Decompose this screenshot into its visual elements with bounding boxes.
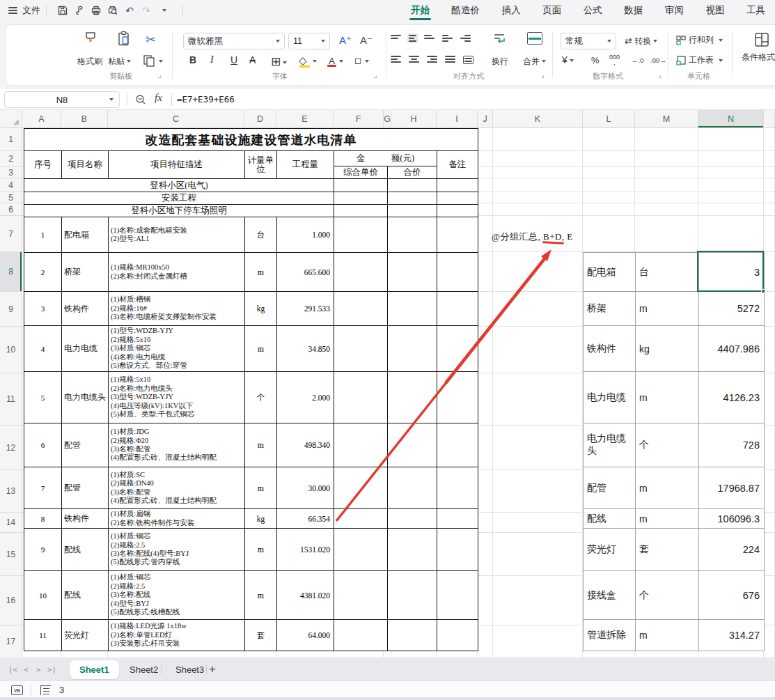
number-format-dropdown[interactable]: 常规 xyxy=(561,33,616,49)
item-note[interactable] xyxy=(437,423,478,467)
item-no[interactable]: 9 xyxy=(24,529,62,571)
column-header-overflow[interactable] xyxy=(764,110,775,128)
outline-icon[interactable] xyxy=(40,685,51,695)
item-desc[interactable]: (1)材质:铜芯(2)规格:2.5(3)名称:配线(4)型号:BYJ(5)配线形… xyxy=(109,529,245,571)
paste-button[interactable] xyxy=(116,31,132,47)
row-header-9[interactable]: 9 xyxy=(0,292,22,327)
item-qty[interactable]: 30.000 xyxy=(277,467,334,509)
item-name[interactable]: 配电箱 xyxy=(62,217,109,253)
column-header-C[interactable]: C xyxy=(108,110,244,128)
summary-item-name[interactable]: 接线盒 xyxy=(584,571,636,620)
column-header-I[interactable]: I xyxy=(437,110,478,128)
eraser-button[interactable]: ◇ xyxy=(354,54,369,67)
summary-item-value[interactable]: 17968.87 xyxy=(699,467,765,509)
summary-item-value[interactable]: 5272 xyxy=(699,292,765,326)
item-name[interactable]: 配管 xyxy=(62,467,109,509)
item-total[interactable] xyxy=(388,423,437,467)
item-unit-price[interactable] xyxy=(334,326,388,372)
item-qty[interactable]: 34.850 xyxy=(277,326,334,372)
font-color-button[interactable]: A xyxy=(327,54,343,67)
summary-item-unit[interactable]: 台 xyxy=(636,253,699,292)
row-header-1[interactable]: 1 xyxy=(0,128,22,151)
item-unit-price[interactable] xyxy=(334,467,388,509)
item-name[interactable]: 荧光灯 xyxy=(62,620,109,651)
item-unit-price[interactable] xyxy=(334,423,388,467)
item-note[interactable] xyxy=(437,372,478,423)
row-header-6[interactable]: 6 xyxy=(0,203,22,216)
summary-item-value[interactable]: 728 xyxy=(699,423,765,467)
item-no[interactable]: 3 xyxy=(24,292,62,326)
item-unit[interactable]: m xyxy=(245,571,277,620)
row-header-16[interactable]: 16 xyxy=(0,576,22,625)
summary-item-name[interactable]: 配管 xyxy=(584,467,636,509)
paste-label[interactable]: 粘贴 xyxy=(108,56,131,68)
align-justify-icon[interactable] xyxy=(445,56,455,64)
font-family-dropdown[interactable]: 微软雅黑 xyxy=(183,33,285,49)
item-desc[interactable]: (1)名称:成套配电箱安装(2)型号:AL1 xyxy=(109,217,245,253)
item-unit[interactable]: 个 xyxy=(245,372,277,423)
row-header-4[interactable]: 4 xyxy=(0,178,22,192)
summary-item-name[interactable]: 配线 xyxy=(584,509,636,529)
sheet-tab-sheet2[interactable]: Sheet2 xyxy=(120,660,168,679)
column-header-K[interactable]: K xyxy=(493,110,583,128)
header-note[interactable]: 备注 xyxy=(437,151,478,179)
header-unit-price[interactable]: 综合单价 xyxy=(334,166,388,179)
column-header-M[interactable]: M xyxy=(635,110,698,128)
increase-decimal-button[interactable]: ←.0 xyxy=(632,56,643,64)
prev-sheet-icon[interactable]: < xyxy=(24,658,29,680)
item-desc[interactable]: (1)规格:MR100x50(2)名称:封闭式金属灯槽 xyxy=(109,253,245,292)
item-name[interactable]: 电力电缆 xyxy=(62,326,109,372)
item-unit[interactable]: 台 xyxy=(245,217,277,253)
summary-item-name[interactable]: 电力电缆 xyxy=(584,372,636,423)
align-top-icon[interactable] xyxy=(391,35,401,42)
summary-item-name[interactable]: 铁构件 xyxy=(584,326,636,372)
item-desc[interactable]: (1)规格:5x10(2)名称:电力电缆头(3)型号:WDZB-YJY(4)电压… xyxy=(109,372,245,423)
save-icon[interactable] xyxy=(54,2,71,19)
item-note[interactable] xyxy=(437,292,478,326)
menu-tab-2[interactable]: 插入 xyxy=(501,0,522,21)
column-header-E[interactable]: E xyxy=(276,110,334,128)
item-qty[interactable]: 2.000 xyxy=(277,372,334,423)
row-header-11[interactable]: 11 xyxy=(0,373,22,426)
item-qty[interactable]: 1.000 xyxy=(277,217,334,253)
row-header-5[interactable]: 5 xyxy=(0,192,22,203)
summary-item-unit[interactable]: m xyxy=(636,509,699,529)
item-total[interactable] xyxy=(388,571,437,620)
column-header-F[interactable]: F xyxy=(334,110,384,128)
menu-tab-3[interactable]: 页面 xyxy=(541,0,563,21)
alignment-expander[interactable]: ⌟ xyxy=(541,71,545,79)
summary-item-name[interactable]: 荧光灯 xyxy=(584,529,636,571)
row-header-14[interactable]: 14 xyxy=(0,513,22,533)
summary-item-value[interactable]: 106096.3 xyxy=(699,509,765,529)
item-no[interactable]: 10 xyxy=(24,571,62,620)
undo-icon[interactable]: ↶ xyxy=(121,2,138,19)
item-name[interactable]: 铁构件 xyxy=(62,509,109,529)
align-right-icon[interactable] xyxy=(427,56,437,64)
column-header-D[interactable]: D xyxy=(244,110,276,128)
format-painter-label[interactable]: 格式刷 xyxy=(77,56,102,68)
header-qty[interactable]: 工程量 xyxy=(277,151,334,179)
item-no[interactable]: 8 xyxy=(24,509,62,529)
summary-item-value[interactable]: 676 xyxy=(699,571,765,620)
menu-tab-1[interactable]: 酷造价 xyxy=(451,0,482,21)
row-header-3[interactable]: 3 xyxy=(0,167,22,178)
convert-button[interactable]: ⇄ 转换 xyxy=(625,36,657,47)
underline-button[interactable]: U xyxy=(230,54,237,65)
align-middle-icon[interactable] xyxy=(407,33,418,43)
section-row[interactable]: 登科小区(电气) xyxy=(24,179,334,192)
item-unit-price[interactable] xyxy=(334,217,388,253)
font-size-dropdown[interactable]: 11 xyxy=(288,33,330,49)
menu-tab-5[interactable]: 数据 xyxy=(623,0,644,21)
item-note[interactable] xyxy=(437,529,478,571)
thousands-separator-button[interactable]: 000, xyxy=(609,54,620,65)
wrap-text-button[interactable] xyxy=(492,32,506,46)
summary-item-unit[interactable]: m xyxy=(636,467,699,509)
clipboard-expander[interactable]: ⌟ xyxy=(158,71,162,79)
item-unit-price[interactable] xyxy=(334,571,388,620)
zoom-formula-icon[interactable] xyxy=(135,94,146,105)
item-name[interactable]: 配线 xyxy=(62,571,109,620)
header-unit[interactable]: 计量单位 xyxy=(245,151,277,179)
merge-cells-label[interactable]: 合并 xyxy=(523,56,546,68)
menu-tab-6[interactable]: 审阅 xyxy=(664,0,685,21)
item-desc[interactable]: (1)材质:扁钢(2)名称:铁构件制作与安装 xyxy=(109,509,245,529)
